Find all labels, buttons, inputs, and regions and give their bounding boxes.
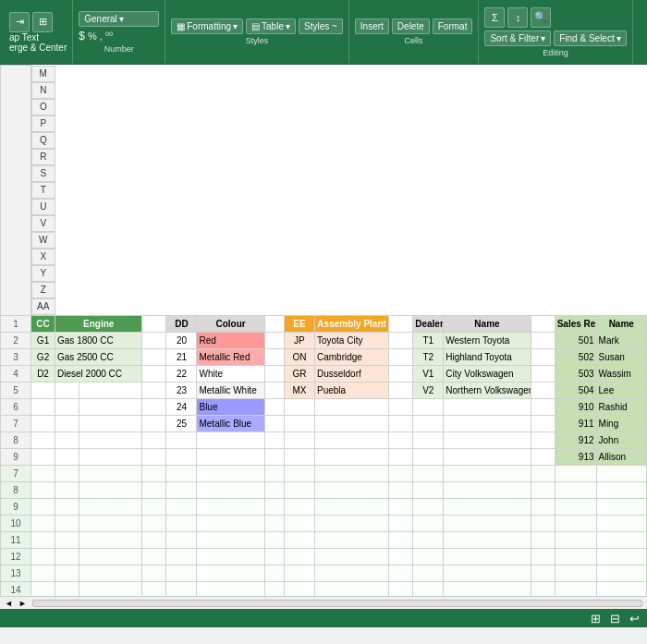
cell-r2[interactable]: Red (197, 332, 264, 348)
cell-v1[interactable] (389, 315, 413, 332)
comma-icon[interactable]: , (100, 30, 103, 42)
cell-m7[interactable] (31, 415, 55, 431)
cell-x2[interactable]: Western Toyota (444, 332, 531, 348)
cell-s2[interactable] (264, 332, 284, 348)
col-r[interactable]: R (31, 149, 55, 165)
cell-n2[interactable]: Gas 1800 CC (55, 332, 142, 348)
cell-u5[interactable]: Puebla (314, 382, 388, 398)
cell-t2[interactable]: JP (284, 332, 314, 348)
cell-v3[interactable] (389, 348, 413, 365)
cell-aa6[interactable]: Rashid (596, 398, 646, 415)
cell-z8[interactable]: 912 (555, 431, 596, 448)
cell-z4[interactable]: 503 (555, 365, 596, 382)
col-q[interactable]: Q (31, 132, 55, 149)
cell-v6[interactable] (389, 398, 413, 415)
find-icon[interactable]: 🔍 (531, 7, 551, 28)
col-s[interactable]: S (31, 165, 55, 182)
cell-w3[interactable]: T2 (413, 348, 444, 365)
col-y[interactable]: Y (31, 265, 55, 282)
cell-m8[interactable] (31, 431, 55, 448)
cell-r3[interactable]: Metallic Red (197, 348, 264, 365)
cell-w1[interactable]: Dealer (413, 315, 444, 332)
scroll-right-btn[interactable]: ► (16, 599, 30, 608)
cell-q1[interactable]: DD (166, 315, 197, 332)
cell-x7[interactable] (444, 415, 531, 431)
cell-aa9[interactable]: Allison (596, 448, 646, 465)
cell-n4[interactable]: Diesel 2000 CC (55, 365, 142, 382)
insert-btn[interactable]: Insert (355, 18, 389, 34)
cell-u1[interactable]: Assembly Plant (314, 315, 388, 332)
cell-w5[interactable]: V2 (413, 382, 444, 398)
col-u[interactable]: U (31, 199, 55, 215)
cell-z6[interactable]: 910 (555, 398, 596, 415)
cell-m5[interactable] (31, 382, 55, 398)
sum-icon[interactable]: Σ (484, 7, 505, 28)
cell-z9[interactable]: 913 (555, 448, 596, 465)
cell-z7[interactable]: 911 (555, 415, 596, 431)
cell-s1[interactable] (264, 315, 284, 332)
cell-u4[interactable]: Dusseldorf (314, 365, 388, 382)
cell-r6[interactable]: Blue (197, 398, 264, 415)
cell-s5[interactable] (264, 382, 284, 398)
page-break-icon[interactable]: ↩ (629, 612, 640, 626)
cell-n7[interactable] (55, 415, 79, 431)
cell-aa8[interactable]: John (596, 431, 646, 448)
cell-t1[interactable]: EE (284, 315, 314, 332)
sort-filter-btn[interactable]: Sort & Filter▾ (484, 30, 551, 46)
merge-center-icon[interactable]: ⊞ (32, 12, 53, 32)
cell-t3[interactable]: ON (284, 348, 314, 365)
cell-n6[interactable] (55, 398, 79, 415)
cell-r4[interactable]: White (197, 365, 264, 382)
cell-x1[interactable]: Name (444, 315, 531, 332)
cell-aa2[interactable]: Mark (596, 332, 646, 348)
format-as-table-btn[interactable]: ▤ Table▾ (246, 18, 296, 34)
cell-y4[interactable] (531, 365, 555, 382)
cell-p4[interactable] (142, 365, 166, 382)
cell-aa4[interactable]: Wassim (596, 365, 646, 382)
cell-y6[interactable] (531, 398, 555, 415)
col-t[interactable]: T (31, 182, 55, 199)
cell-y5[interactable] (531, 382, 555, 398)
cell-v7[interactable] (389, 415, 413, 431)
col-aa[interactable]: AA (31, 298, 55, 315)
cell-m6[interactable] (31, 398, 55, 415)
cell-n1[interactable]: Engine (55, 315, 142, 332)
cell-p3[interactable] (142, 348, 166, 365)
number-format-dropdown[interactable]: General ▾ (79, 11, 159, 27)
cell-t4[interactable]: GR (284, 365, 314, 382)
cell-v2[interactable] (389, 332, 413, 348)
cell-w2[interactable]: T1 (413, 332, 444, 348)
col-p[interactable]: P (31, 115, 55, 132)
cell-s7[interactable] (264, 415, 284, 431)
cell-t6[interactable] (284, 398, 314, 415)
cell-q6[interactable]: 24 (166, 398, 197, 415)
cell-x3[interactable]: Highland Toyota (444, 348, 531, 365)
cell-w6[interactable] (413, 398, 444, 415)
cell-u6[interactable] (314, 398, 388, 415)
cell-p2[interactable] (142, 332, 166, 348)
cell-aa3[interactable]: Susan (596, 348, 646, 365)
sort-az-icon[interactable]: ↕ (507, 7, 528, 28)
cell-w7[interactable] (413, 415, 444, 431)
cell-n3[interactable]: Gas 2500 CC (55, 348, 142, 365)
cell-z3[interactable]: 502 (555, 348, 596, 365)
cell-t7[interactable] (284, 415, 314, 431)
cell-y3[interactable] (531, 348, 555, 365)
cell-x5[interactable]: Northern Volkswagen (444, 382, 531, 398)
cell-t5[interactable]: MX (284, 382, 314, 398)
cell-q5[interactable]: 23 (166, 382, 197, 398)
cell-q7[interactable]: 25 (166, 415, 197, 431)
cell-q3[interactable]: 21 (166, 348, 197, 365)
cell-p1[interactable] (142, 315, 166, 332)
cell-s6[interactable] (264, 398, 284, 415)
cell-r7[interactable]: Metallic Blue (197, 415, 264, 431)
conditional-formatting-btn[interactable]: ▦ Formatting▾ (171, 18, 243, 34)
find-select-btn[interactable]: Find & Select▾ (554, 30, 626, 46)
cell-o7[interactable] (79, 415, 141, 431)
cell-m2[interactable]: G1 (31, 332, 55, 348)
cell-x4[interactable]: City Volkswagen (444, 365, 531, 382)
cell-u3[interactable]: Cambridge (314, 348, 388, 365)
cell-p6[interactable] (142, 398, 166, 415)
cell-p7[interactable] (142, 415, 166, 431)
increase-decimal-icon[interactable]: ⁰⁰ (105, 30, 113, 41)
